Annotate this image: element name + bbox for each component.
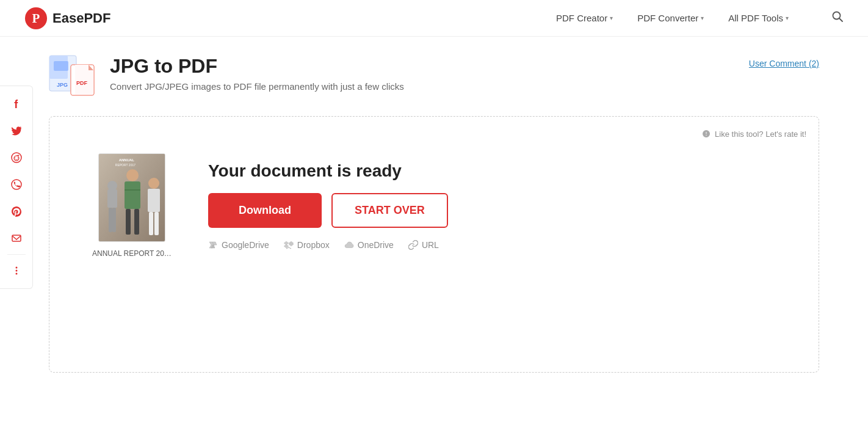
main-nav: PDF Creator ▾ PDF Converter ▾ All PDF To… [556,10,844,26]
start-over-button[interactable]: START OVER [331,193,448,228]
svg-rect-29 [125,189,140,191]
svg-rect-25 [109,208,112,232]
onedrive-option[interactable]: OneDrive [344,240,394,250]
logo-icon: P [24,7,48,30]
nav-pdf-converter[interactable]: PDF Converter ▾ [637,13,704,23]
preview-filename: ANNUAL REPORT 2017-Inditex-... [92,249,172,258]
url-option[interactable]: URL [408,240,439,250]
url-icon [408,240,418,250]
dropbox-icon [284,240,294,250]
svg-point-14 [15,273,17,275]
action-buttons: Download START OVER [208,193,448,228]
page-icons: JPG PDF [49,55,98,98]
svg-rect-17 [54,61,68,71]
svg-point-13 [15,270,17,272]
svg-point-7 [17,158,18,159]
pdf-preview: ANNUAL REPORT 2017 ANNUAL REPORT 2017-In… [92,153,172,258]
user-comment-link[interactable]: User Comment (2) [749,55,819,68]
social-whatsapp[interactable] [4,172,29,197]
nav-pdf-creator[interactable]: PDF Creator ▾ [556,13,613,23]
svg-rect-28 [125,181,140,209]
svg-rect-35 [154,212,159,235]
onedrive-label: OneDrive [358,240,394,250]
googledrive-option[interactable]: GoogleDrive [208,240,269,250]
social-reddit[interactable] [4,145,29,170]
chevron-down-icon: ▾ [701,15,704,21]
svg-rect-24 [107,189,117,208]
result-area: ANNUAL REPORT 2017 ANNUAL REPORT 2017-In… [68,141,800,270]
logo[interactable]: P EasePDF [24,7,110,30]
svg-text:PDF: PDF [76,80,88,86]
svg-point-12 [15,267,17,269]
ready-title: Your document is ready [208,161,448,181]
page-subtitle: Convert JPG/JPEG images to PDF file perm… [110,81,404,92]
googledrive-icon [208,240,218,250]
nav-all-pdf-tools[interactable]: All PDF Tools ▾ [728,13,789,23]
logo-text: EasePDF [52,10,110,26]
svg-point-23 [107,181,117,191]
svg-text:ANNUAL: ANNUAL [119,158,135,162]
onedrive-icon [344,240,354,250]
chevron-down-icon: ▾ [786,15,789,21]
svg-point-32 [148,178,159,189]
svg-rect-34 [149,212,153,235]
svg-text:P: P [32,10,40,25]
svg-point-6 [14,158,15,159]
pdf-file-icon: PDF [70,64,98,98]
page-title-area: JPG to PDF Convert JPG/JPEG images to PD… [110,55,404,92]
svg-rect-26 [112,208,116,232]
googledrive-label: GoogleDrive [222,240,269,250]
social-facebook[interactable] [4,91,29,117]
svg-line-3 [839,18,842,21]
url-label: URL [422,240,439,250]
rate-link[interactable]: Like this tool? Let's rate it! [701,129,806,139]
svg-line-9 [16,155,18,156]
svg-rect-33 [148,189,160,212]
chevron-down-icon: ▾ [610,15,613,21]
cloud-options: GoogleDrive Dropbox [208,240,448,250]
svg-point-4 [12,153,21,162]
dropbox-option[interactable]: Dropbox [284,240,330,250]
social-sidebar [0,86,33,289]
social-pinterest[interactable] [4,199,29,224]
svg-rect-31 [134,209,139,235]
preview-thumbnail: ANNUAL REPORT 2017 [98,153,165,242]
svg-text:JPG: JPG [57,82,68,88]
search-button[interactable] [831,10,844,26]
svg-text:REPORT 2017: REPORT 2017 [115,163,136,167]
rate-link-text: Like this tool? Let's rate it! [715,130,806,139]
svg-rect-30 [126,209,131,235]
page-header: JPG PDF JPG to PDF Convert JPG/JPEG imag… [49,55,819,98]
dropbox-label: Dropbox [297,240,330,250]
page-title: JPG to PDF [110,55,404,78]
social-email[interactable] [4,225,29,251]
header: P EasePDF PDF Creator ▾ PDF Converter ▾ … [0,0,868,37]
social-divider [7,254,26,255]
svg-rect-11 [12,235,21,241]
main-content: JPG PDF JPG to PDF Convert JPG/JPEG imag… [0,37,868,391]
download-button[interactable]: Download [208,193,322,228]
tool-container: Like this tool? Let's rate it! [49,116,819,373]
social-more[interactable] [4,258,29,283]
svg-point-10 [12,180,21,189]
actions-area: Your document is ready Download START OV… [208,161,448,250]
social-twitter[interactable] [4,118,29,144]
svg-point-27 [126,169,139,181]
